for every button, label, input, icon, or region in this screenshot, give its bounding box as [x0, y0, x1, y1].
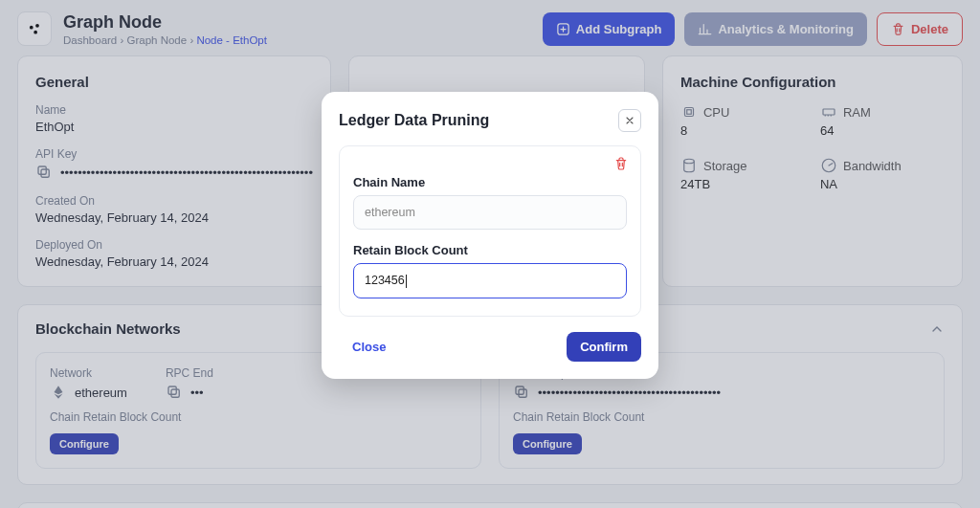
close-icon [624, 115, 635, 126]
modal-title: Ledger Data Pruning [339, 112, 489, 129]
chain-name-field: ethereum [353, 195, 627, 230]
modal-form: Chain Name ethereum Retain Block Count 1… [339, 145, 641, 317]
modal-close-text-button[interactable]: Close [339, 332, 399, 362]
retain-count-label: Retain Block Count [353, 243, 627, 257]
trash-icon [613, 156, 629, 171]
text-caret [406, 275, 407, 288]
modal-overlay[interactable]: Ledger Data Pruning Chain Name ethereum … [0, 0, 980, 508]
retain-count-input[interactable]: 123456 [353, 263, 627, 298]
modal-confirm-button[interactable]: Confirm [567, 332, 641, 362]
chain-name-label: Chain Name [353, 175, 627, 189]
form-delete-button[interactable] [613, 156, 629, 174]
pruning-modal: Ledger Data Pruning Chain Name ethereum … [322, 92, 658, 379]
modal-close-button[interactable] [618, 109, 641, 132]
retain-count-value: 123456 [365, 274, 405, 287]
chain-name-value: ethereum [365, 206, 415, 219]
